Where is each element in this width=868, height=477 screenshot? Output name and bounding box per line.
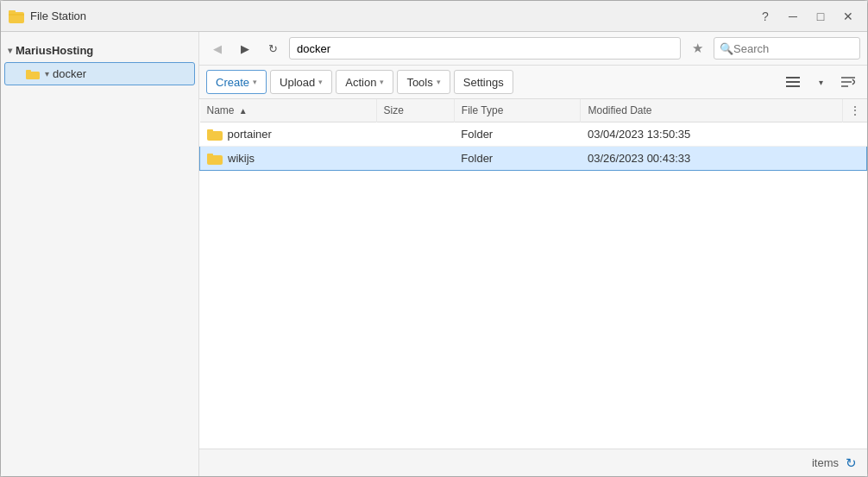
svg-rect-11 (207, 129, 213, 134)
action-toolbar: Create ▾ Upload ▾ Action ▾ Tools ▾ Setti… (199, 66, 867, 99)
col-name[interactable]: Name ▲ (200, 99, 377, 122)
file-table: Name ▲ Size File Type Modified Date (199, 99, 867, 171)
svg-rect-5 (786, 81, 800, 83)
col-modified[interactable]: Modified Date (581, 99, 842, 122)
table-row[interactable]: wikijs Folder 03/26/2023 00:43:33 (200, 147, 867, 171)
upload-label: Upload (280, 76, 315, 89)
right-panel: ◀ ▶ ↻ ★ 🔍 Create ▾ Upload ▾ (199, 32, 867, 476)
statusbar: items ↻ (199, 449, 867, 476)
sidebar-item-docker[interactable]: ▾ docker (4, 62, 195, 85)
navigation-toolbar: ◀ ▶ ↻ ★ 🔍 (199, 32, 867, 66)
tools-button[interactable]: Tools ▾ (397, 70, 450, 94)
file-name-cell: wikijs (200, 147, 377, 171)
search-input[interactable] (733, 42, 846, 55)
file-size (376, 147, 454, 171)
window-title: File Station (30, 9, 753, 22)
svg-rect-4 (786, 77, 800, 78)
tools-label: Tools (406, 76, 432, 89)
action-dropdown-icon: ▾ (380, 78, 384, 86)
sort-asc-icon: ▲ (239, 106, 248, 116)
svg-rect-6 (786, 85, 800, 87)
svg-rect-13 (207, 154, 213, 158)
refresh-button[interactable]: ↻ (261, 37, 284, 60)
create-button[interactable]: Create ▾ (206, 70, 267, 94)
path-input[interactable] (289, 37, 681, 60)
col-filetype[interactable]: File Type (454, 99, 581, 122)
create-dropdown-icon: ▾ (253, 78, 257, 86)
svg-rect-3 (26, 70, 31, 73)
view-options-button[interactable]: ▾ (808, 70, 833, 94)
main-content: ▾ MariusHosting ▾ docker ◀ ▶ ↻ (1, 32, 867, 476)
upload-button[interactable]: Upload ▾ (270, 70, 332, 94)
list-view-button[interactable] (781, 70, 805, 94)
chevron-down-icon-docker: ▾ (45, 69, 49, 78)
file-name: wikijs (228, 152, 255, 165)
window-controls: ? ─ □ ✕ (753, 6, 860, 27)
file-type: Folder (454, 147, 581, 171)
sidebar-root-label: MariusHosting (16, 44, 93, 57)
settings-button[interactable]: Settings (454, 70, 513, 94)
folder-icon (207, 129, 223, 141)
sidebar-root-mariushosting[interactable]: ▾ MariusHosting (1, 39, 198, 62)
file-table-header: Name ▲ Size File Type Modified Date (200, 99, 867, 122)
titlebar: File Station ? ─ □ ✕ (1, 1, 867, 32)
sort-button[interactable] (836, 70, 860, 94)
items-count-label: items (812, 456, 839, 469)
file-options (842, 122, 867, 147)
file-type: Folder (454, 122, 581, 147)
back-button[interactable]: ◀ (206, 37, 229, 60)
search-icon-button[interactable]: 🔍 (720, 42, 733, 55)
file-name-cell: portainer (200, 122, 377, 147)
list-view-icon (786, 76, 800, 88)
col-options[interactable]: ⋮ (842, 99, 867, 122)
folder-icon-small (26, 69, 40, 79)
file-table-body: portainer Folder 03/04/2023 13:50:35 (200, 122, 867, 171)
sidebar-section: ▾ MariusHosting ▾ docker (1, 39, 198, 85)
folder-icon (207, 153, 223, 165)
search-box: 🔍 (714, 37, 860, 60)
maximize-button[interactable]: □ (808, 6, 833, 27)
statusbar-refresh-button[interactable]: ↻ (846, 455, 857, 471)
favorite-button[interactable]: ★ (686, 37, 708, 60)
forward-button[interactable]: ▶ (234, 37, 256, 60)
col-size[interactable]: Size (376, 99, 454, 122)
upload-dropdown-icon: ▾ (318, 78, 323, 86)
file-area: Name ▲ Size File Type Modified Date (199, 99, 867, 449)
svg-rect-1 (9, 10, 16, 14)
file-station-window: File Station ? ─ □ ✕ ▾ MariusHosting (0, 0, 868, 477)
help-button[interactable]: ? (753, 6, 777, 27)
app-icon (8, 8, 25, 25)
minimize-button[interactable]: ─ (781, 6, 805, 27)
action-label: Action (345, 76, 376, 89)
table-row[interactable]: portainer Folder 03/04/2023 13:50:35 (200, 122, 867, 147)
chevron-down-icon-view: ▾ (819, 78, 823, 87)
chevron-down-icon: ▾ (8, 46, 12, 55)
file-modified: 03/26/2023 00:43:33 (581, 147, 842, 171)
file-modified: 03/04/2023 13:50:35 (581, 122, 842, 147)
settings-label: Settings (463, 76, 504, 89)
create-label: Create (216, 76, 249, 89)
file-name: portainer (228, 128, 272, 141)
close-button[interactable]: ✕ (836, 6, 860, 27)
action-button[interactable]: Action ▾ (336, 70, 393, 94)
file-options (842, 147, 867, 171)
sidebar-item-label-docker: docker (53, 67, 86, 80)
file-size (376, 122, 454, 147)
tools-dropdown-icon: ▾ (437, 78, 441, 86)
sort-icon (841, 76, 855, 88)
sidebar: ▾ MariusHosting ▾ docker (1, 32, 199, 476)
